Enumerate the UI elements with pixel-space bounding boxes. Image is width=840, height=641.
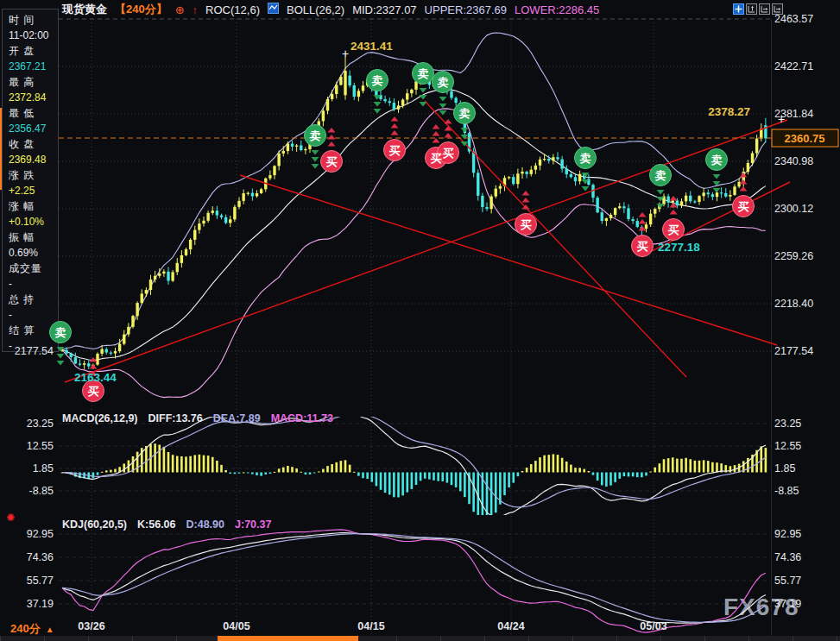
boll-chart-icon	[268, 3, 279, 16]
kdj-value-1: K:56.06	[137, 518, 175, 531]
top-bar: 现货黄金【240分】⊕↑ROC(12,6)BOLL(26,2)MID:2327.…	[62, 2, 599, 17]
period-selector[interactable]: 240分 ▲	[10, 621, 54, 637]
svg-text:买: 买	[389, 144, 401, 157]
trading-app-window: 现货黄金【240分】⊕↑ROC(12,6)BOLL(26,2)MID:2327.…	[0, 0, 840, 641]
svg-text:23.25: 23.25	[774, 418, 801, 430]
svg-text:买: 买	[88, 385, 99, 398]
kdj-panel	[62, 530, 766, 632]
alert-icon[interactable]: ✺	[6, 512, 15, 524]
macd-header: MACD(26,12,9)DIFF:13.76DEA:7.89MACD:11.7…	[62, 412, 333, 424]
svg-text:卖: 卖	[655, 169, 666, 182]
price-annotation: 2378.27	[708, 105, 750, 118]
svg-text:买: 买	[443, 147, 454, 160]
svg-text:12.55: 12.55	[27, 440, 54, 452]
svg-text:卖: 卖	[711, 154, 723, 167]
svg-text:卖: 卖	[310, 129, 321, 142]
kdj-value-0: KDJ(60,20,5)	[62, 518, 127, 531]
macd-panel	[61, 408, 767, 526]
date-tick-label: 03/26	[78, 620, 104, 632]
svg-text:55.77: 55.77	[27, 575, 54, 587]
left-accent-strip	[0, 108, 2, 190]
price-tick-label: 2218.40	[774, 298, 813, 310]
price-tick-label: 2422.71	[774, 60, 813, 72]
price-tick-label: 2259.26	[774, 250, 813, 262]
price-tick-label: 2463.57	[774, 13, 813, 25]
chart-canvas[interactable]: 2463.572422.712381.842340.982300.122259.…	[0, 0, 840, 641]
kdj-header: KDJ(60,20,5)K:56.06D:48.90J:70.37	[62, 518, 271, 531]
boll-mid-value: MID:2327.07	[352, 3, 416, 16]
price-tick-label: 2300.12	[774, 203, 813, 215]
date-tick-label: 05/03	[640, 620, 666, 632]
svg-text:74.36: 74.36	[27, 551, 54, 563]
svg-text:1.85: 1.85	[33, 462, 54, 474]
pan-axis-icon[interactable]	[759, 3, 770, 14]
price-annotation: 2163.44	[74, 371, 117, 384]
triangle-up-icon: ▲	[46, 625, 54, 634]
kdj-value-3: J:70.37	[235, 518, 271, 531]
svg-text:卖: 卖	[438, 76, 449, 89]
svg-text:买: 买	[521, 218, 532, 231]
bollinger-bands	[62, 33, 766, 398]
price-annotation: 2277.18	[658, 241, 700, 254]
period-selector-label: 240分	[10, 621, 41, 637]
svg-text:37.19: 37.19	[27, 598, 54, 610]
roc-indicator-label: ROC(12,6)	[205, 3, 260, 16]
svg-text:1.85: 1.85	[774, 462, 795, 474]
expand-icon[interactable]: ⊕	[175, 3, 185, 16]
svg-text:74.36: 74.36	[774, 551, 801, 563]
date-tick-label: 04/24	[497, 620, 524, 632]
period-label[interactable]: 【240分】	[115, 2, 167, 17]
svg-text:-8.85: -8.85	[29, 485, 54, 497]
svg-text:卖: 卖	[580, 152, 591, 165]
svg-text:92.95: 92.95	[774, 528, 801, 540]
boll-indicator-label: BOLL(26,2)	[287, 3, 344, 16]
svg-text:2360.75: 2360.75	[785, 132, 825, 145]
svg-text:卖: 卖	[459, 107, 471, 120]
svg-text:买: 买	[326, 155, 338, 168]
date-tick-label: 04/05	[223, 620, 249, 632]
svg-text:37.19: 37.19	[774, 598, 801, 610]
svg-text:2177.54: 2177.54	[15, 345, 54, 357]
price-tick-label: 2177.54	[774, 345, 813, 357]
kdj-value-2: D:48.90	[186, 518, 224, 531]
up-arrow-icon: ↑	[193, 3, 199, 16]
price-annotation: 2431.41	[351, 40, 393, 53]
svg-text:卖: 卖	[55, 326, 66, 339]
zoom-axis-icon[interactable]	[746, 3, 757, 14]
svg-text:买: 买	[431, 152, 442, 165]
svg-text:55.77: 55.77	[774, 575, 801, 587]
date-axis: 03/2604/0504/1504/2405/03	[0, 620, 840, 636]
svg-text:92.95: 92.95	[27, 528, 54, 540]
macd-value-1: DIFF:13.76	[148, 412, 203, 424]
svg-text:买: 买	[668, 223, 679, 236]
svg-text:12.55: 12.55	[774, 440, 801, 452]
peak-cross-icon: +	[778, 112, 785, 126]
svg-text:23.25: 23.25	[27, 418, 54, 430]
svg-text:卖: 卖	[418, 67, 429, 80]
svg-text:买: 买	[637, 240, 648, 253]
date-tick-label: 04/15	[357, 620, 384, 632]
macd-value-3: MACD:11.73	[271, 412, 333, 424]
timeline-scrollbar[interactable]	[0, 636, 840, 641]
crosshair-tool-icon[interactable]	[733, 3, 744, 14]
scrollbar-thumb[interactable]	[218, 636, 358, 641]
signal-markers	[50, 63, 755, 402]
svg-text:买: 买	[738, 200, 749, 213]
boll-lower-value: LOWER:2286.45	[515, 3, 599, 16]
macd-value-0: MACD(26,12,9)	[62, 412, 138, 424]
chart-toolbar	[733, 3, 783, 14]
candles	[60, 56, 767, 369]
svg-text:-8.85: -8.85	[774, 485, 799, 497]
gridlines	[59, 19, 772, 636]
macd-value-2: DEA:7.89	[213, 412, 261, 424]
boll-upper-value: UPPER:2367.69	[425, 3, 507, 16]
peak-cross-icon: +	[342, 47, 349, 60]
shift-axis-icon[interactable]	[772, 3, 783, 14]
symbol-name: 现货黄金	[62, 2, 107, 17]
svg-text:卖: 卖	[372, 74, 383, 87]
price-tick-label: 2340.98	[774, 155, 813, 167]
